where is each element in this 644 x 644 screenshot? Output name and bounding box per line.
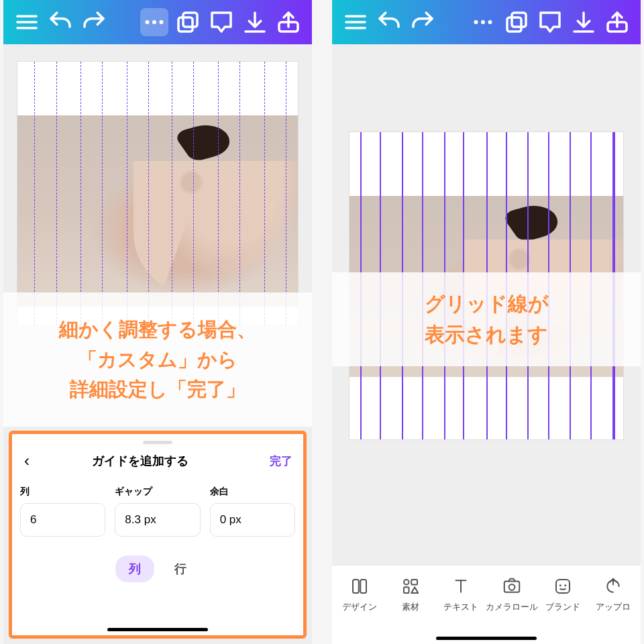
comment-icon[interactable] [207, 8, 235, 36]
svg-point-24 [508, 584, 515, 590]
columns-input[interactable]: 6 [20, 503, 105, 537]
add-guide-panel: ‹ ガイドを追加する 完了 列 6 ギャップ 8.3 px 余白 0 [9, 431, 307, 639]
comment-icon[interactable] [536, 8, 564, 36]
menu-icon[interactable] [341, 8, 370, 36]
share-icon[interactable] [274, 8, 303, 36]
nav-5[interactable]: アップロ [588, 576, 638, 613]
svg-point-14 [488, 20, 492, 24]
share-icon[interactable] [603, 8, 631, 36]
phone-right: グリッド線が表示されます デザイン素材テキストカメラロールブランドアップロ [332, 0, 641, 644]
undo-icon[interactable] [46, 8, 74, 36]
svg-point-27 [564, 584, 566, 586]
stack-icon[interactable] [174, 8, 202, 36]
editor-body: 細かく調整する場合、「カスタム」から詳細設定し「完了」 ‹ ガイドを追加する 完… [3, 44, 312, 644]
nav-label: アップロ [596, 602, 631, 613]
photo-figure [172, 125, 298, 307]
bottom-toolbar: デザイン素材テキストカメラロールブランドアップロ [332, 565, 641, 644]
columns-label: 列 [20, 486, 105, 498]
svg-rect-18 [353, 580, 359, 593]
svg-rect-7 [178, 17, 193, 32]
more-icon[interactable] [140, 8, 168, 36]
menu-icon[interactable] [13, 8, 41, 36]
nav-0[interactable]: デザイン [335, 576, 384, 613]
undo-icon[interactable] [375, 8, 403, 36]
instruction-text: 細かく調整する場合、「カスタム」から詳細設定し「完了」 [59, 315, 256, 405]
phone-left: 細かく調整する場合、「カスタム」から詳細設定し「完了」 ‹ ガイドを追加する 完… [3, 0, 312, 644]
svg-rect-21 [411, 580, 417, 585]
redo-icon[interactable] [80, 8, 108, 36]
gap-input[interactable]: 8.3 px [115, 503, 200, 537]
svg-rect-19 [360, 580, 366, 593]
tab-rows[interactable]: 行 [161, 555, 200, 582]
download-icon[interactable] [570, 8, 598, 36]
top-toolbar [332, 0, 641, 44]
instruction-overlay: グリッド線が表示されます [332, 272, 641, 366]
top-toolbar [3, 0, 312, 44]
design-canvas[interactable] [17, 61, 299, 326]
more-icon[interactable] [469, 8, 497, 36]
canvas-photo [17, 115, 298, 307]
nav-4[interactable]: ブランド [538, 576, 588, 613]
tab-columns[interactable]: 列 [115, 555, 154, 582]
drag-handle[interactable] [143, 441, 172, 444]
svg-rect-25 [556, 580, 570, 593]
panel-title: ガイドを追加する [13, 453, 267, 469]
download-icon[interactable] [241, 8, 269, 36]
svg-point-20 [404, 580, 409, 585]
redo-icon[interactable] [409, 8, 437, 36]
nav-3[interactable]: カメラロール [487, 576, 537, 613]
instruction-overlay: 細かく調整する場合、「カスタム」から詳細設定し「完了」 [3, 292, 312, 427]
editor-body: グリッド線が表示されます デザイン素材テキストカメラロールブランドアップロ [332, 44, 641, 644]
home-indicator [436, 637, 537, 640]
instruction-text: グリッド線が表示されます [425, 288, 549, 351]
nav-label: カメラロール [486, 602, 538, 613]
svg-point-4 [152, 20, 156, 24]
svg-point-3 [146, 20, 150, 24]
svg-point-12 [474, 20, 478, 24]
svg-rect-15 [512, 13, 526, 27]
svg-rect-22 [404, 587, 409, 593]
gap-label: ギャップ [115, 486, 200, 498]
svg-rect-16 [507, 17, 521, 32]
margin-label: 余白 [210, 486, 295, 498]
svg-point-13 [481, 20, 485, 24]
done-button[interactable]: 完了 [267, 451, 295, 472]
nav-label: ブランド [545, 602, 580, 613]
margin-input[interactable]: 0 px [210, 503, 295, 537]
stack-icon[interactable] [502, 8, 531, 36]
svg-point-26 [559, 584, 561, 586]
nav-label: デザイン [342, 602, 377, 613]
home-indicator [107, 628, 208, 631]
svg-rect-6 [183, 13, 197, 27]
nav-2[interactable]: テキスト [436, 576, 486, 613]
nav-1[interactable]: 素材 [386, 576, 435, 613]
nav-label: テキスト [443, 602, 478, 613]
nav-label: 素材 [402, 602, 419, 613]
svg-point-5 [160, 20, 164, 24]
